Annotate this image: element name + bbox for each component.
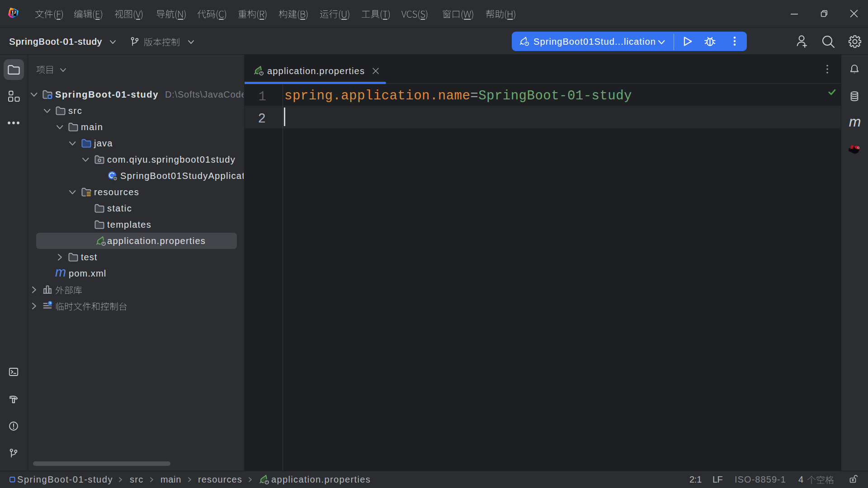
- svg-text:IJ: IJ: [11, 10, 16, 15]
